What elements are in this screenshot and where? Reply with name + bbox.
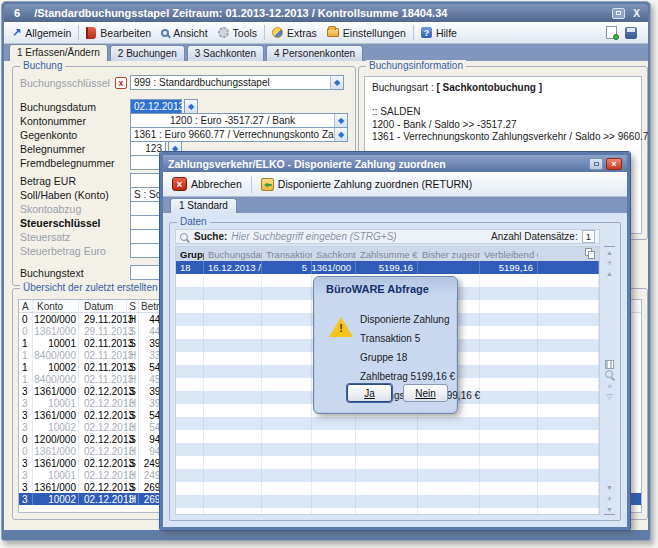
cell: [538, 326, 599, 339]
jump-top-icon[interactable]: ▲: [604, 246, 615, 257]
cell: [312, 495, 356, 508]
close-icon[interactable]: X: [631, 8, 642, 19]
maximize-icon[interactable]: [612, 8, 625, 19]
column-header: Buchungsdatum: [204, 249, 262, 260]
cell: [262, 287, 312, 300]
table-row-empty[interactable]: [176, 482, 599, 495]
dropdown-icon[interactable]: ◆: [334, 128, 347, 141]
cell-datum: 29.11.2013: [79, 313, 127, 325]
cell: [262, 430, 312, 443]
ja-button[interactable]: Ja: [347, 384, 392, 402]
help-icon: ?: [421, 27, 432, 38]
menu-ansicht[interactable]: Ansicht: [156, 25, 212, 41]
warning-icon: !: [329, 317, 353, 337]
menu-einstellungen[interactable]: Einstellungen: [322, 25, 411, 41]
search-bar[interactable]: Suche: Hier Suchbegriff eingeben (STRG+S…: [175, 229, 600, 244]
cell: [262, 456, 312, 469]
cell-s: S: [127, 361, 139, 373]
cell: [262, 274, 312, 287]
tab-buchungen[interactable]: 2 Buchungen: [110, 45, 185, 61]
tab-standard[interactable]: 1 Standard: [170, 198, 237, 213]
cell: [176, 482, 204, 495]
new-document-icon[interactable]: [606, 26, 617, 39]
field-label: Belegnummer: [20, 143, 130, 155]
menu-extras[interactable]: Extras: [267, 25, 322, 41]
dialog-titlebar: Zahlungsverkehr/ELKO - Disponierte Zahlu…: [163, 155, 627, 172]
cell-s: S: [127, 457, 139, 469]
columns-icon[interactable]: [604, 359, 615, 370]
menu-allgemein[interactable]: ↗ Allgemein: [7, 24, 76, 41]
tab-erfassen-aendern[interactable]: 1 Erfassen/Ändern: [9, 44, 108, 61]
table-row-empty[interactable]: [176, 508, 599, 515]
info-line: 1361 - Verrechnungskonto Zahlungsverkehr…: [372, 131, 634, 144]
list-options-icon[interactable]: ≡: [604, 381, 615, 392]
table-row-empty[interactable]: [176, 417, 599, 430]
scroll-up-icon[interactable]: +: [604, 257, 615, 268]
jump-bottom-icon[interactable]: ▼: [604, 504, 615, 515]
cell: [538, 365, 599, 378]
buroware-abfrage-popup: BüroWARE Abfrage ! Disponierte ZahlungTr…: [313, 276, 458, 414]
info-line: :: SALDEN: [372, 106, 634, 119]
table-row-selected[interactable]: 1816.12.2013 /Mo51361/0005199,165199,16: [176, 261, 599, 274]
menu-bearbeiten[interactable]: Bearbeiten: [81, 25, 156, 41]
cell-s: H: [127, 397, 139, 409]
dialog-close-icon[interactable]: ×: [606, 158, 622, 170]
cell-a: 3: [19, 397, 33, 409]
table-row-empty[interactable]: [176, 430, 599, 443]
record-count-label: Anzahl Datensätze:: [491, 231, 578, 242]
abbrechen-button[interactable]: × Abbrechen: [168, 175, 246, 193]
cell: [204, 352, 262, 365]
clear-icon[interactable]: x: [115, 77, 127, 89]
cell-a: 1: [19, 337, 33, 349]
tab-personenkonten[interactable]: 4 Personenkonten: [266, 45, 363, 61]
cell: [262, 417, 312, 430]
cell: [480, 417, 538, 430]
dropdown-icon[interactable]: ◆: [184, 99, 198, 114]
table-row-empty[interactable]: [176, 443, 599, 456]
table-row-empty[interactable]: [176, 469, 599, 482]
field-label: Steuerschlüssel: [20, 217, 130, 229]
buchungsschluessel-combo[interactable]: 999 : Standardbuchungsstapel ◆: [130, 75, 344, 90]
cell: [176, 404, 204, 417]
cell-konto: 10001: [33, 397, 79, 409]
cell: [538, 391, 599, 404]
zoom-icon[interactable]: [604, 370, 615, 381]
table-row-empty[interactable]: [176, 495, 599, 508]
kontonummer-combo[interactable]: 1200 : Euro -3517.27 / Bank ◆: [130, 113, 348, 128]
zuordnen-button[interactable]: Disponierte Zahlung zuordnen (RETURN): [257, 176, 476, 193]
menu-tools[interactable]: Tools: [213, 25, 263, 41]
cell: [480, 469, 538, 482]
table-row-empty[interactable]: [176, 456, 599, 469]
nein-button[interactable]: Nein: [403, 384, 448, 402]
cell: [262, 469, 312, 482]
scroll-down-icon[interactable]: +: [604, 493, 615, 504]
cell: [480, 404, 538, 417]
cell: [418, 417, 480, 430]
tab-sachkonten[interactable]: 3 Sachkonten: [187, 45, 264, 61]
cell: [480, 274, 538, 287]
save-icon[interactable]: [625, 27, 637, 39]
dialog-maximize-icon[interactable]: [589, 158, 603, 170]
dropdown-icon[interactable]: ◆: [330, 76, 343, 89]
field-label: Buchungsschlüssel: [20, 77, 115, 89]
cell: [538, 300, 599, 313]
filter-icon[interactable]: ▽: [604, 392, 615, 403]
column-header: Datum: [79, 300, 127, 312]
cell: [418, 261, 480, 274]
menu-label: Hilfe: [436, 27, 457, 39]
dropdown-icon[interactable]: ◆: [334, 114, 347, 127]
menu-hilfe[interactable]: ? Hilfe: [416, 25, 462, 41]
page-down-icon[interactable]: ▼: [604, 482, 615, 493]
cell-s: S: [127, 481, 139, 493]
cell: [480, 313, 538, 326]
copy-icon[interactable]: [585, 248, 597, 260]
green-dot-icon: [613, 34, 619, 40]
cell: [204, 469, 262, 482]
buchungsdatum-input[interactable]: 02.12.2013: [130, 99, 182, 114]
gegenkonto-combo[interactable]: 1361 : Euro 9660.77 / Verrechnungskonto …: [130, 127, 348, 142]
dialog-tab-strip: 1 Standard: [163, 197, 627, 213]
cell-a: 0: [19, 325, 33, 337]
page-up-icon[interactable]: ▲: [604, 268, 615, 279]
cell-datum: 02.12.2013: [79, 469, 127, 481]
cell: [176, 274, 204, 287]
